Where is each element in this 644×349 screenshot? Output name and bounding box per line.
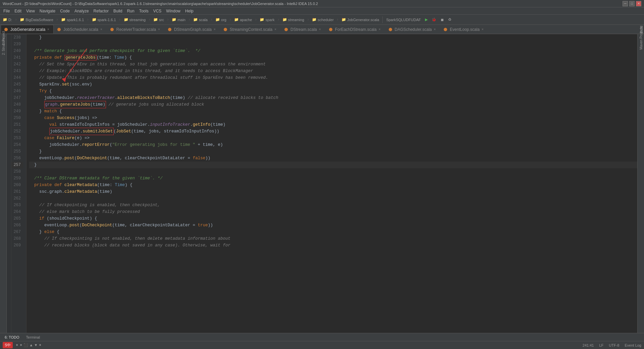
file-tab-6[interactable]: ForEachDStream.scala × (325, 25, 385, 34)
menu-analyze[interactable]: Analyze (72, 8, 91, 14)
tab-close-5[interactable]: × (318, 27, 322, 31)
file-tab-4[interactable]: StreamingContext.scala × (220, 25, 281, 34)
todo-tab[interactable]: 6: TODO (3, 335, 21, 340)
code-line-257[interactable]: } (29, 162, 637, 168)
code-line-253[interactable]: case Failure(e) => (29, 135, 637, 141)
file-tab-7[interactable]: DAGScheduler.scala × (385, 25, 440, 34)
code-line-251[interactable]: val streamIdToInputInfos = jobScheduler.… (29, 121, 637, 128)
toolbar-path-12[interactable]: 📁 scheduler (311, 17, 335, 22)
run-button[interactable]: ▶ (424, 17, 429, 22)
stop-button[interactable]: ⏹ (439, 17, 445, 22)
toolbar-path-11[interactable]: 📁 streaming (281, 17, 306, 22)
menu-view[interactable]: View (24, 8, 37, 14)
tab-close-1[interactable]: × (100, 27, 103, 31)
terminal-tab[interactable]: Terminal (24, 335, 42, 340)
tab-close-0[interactable]: × (47, 27, 50, 31)
file-tab-3[interactable]: DStreamGraph.scala × (164, 25, 220, 34)
code-line-258[interactable] (29, 168, 637, 175)
build-tab[interactable]: Build (639, 27, 644, 32)
tab-close-3[interactable]: × (213, 27, 216, 31)
structure-icon[interactable]: 2: Structure (1, 44, 6, 49)
menu-refactor[interactable]: Refactor (92, 8, 111, 14)
code-line-239[interactable] (29, 41, 637, 48)
maximize-button[interactable]: □ (629, 1, 635, 6)
code-line-260[interactable]: private def clearMetadata(time: Time) { (29, 182, 637, 188)
toolbar-path-6[interactable]: 📁 main (170, 17, 187, 22)
code-line-269[interactable]: // received blocks (block data not saved… (29, 242, 637, 249)
menu-build[interactable]: Build (111, 8, 124, 14)
tab-close-4[interactable]: × (274, 27, 277, 31)
code-line-254[interactable]: jobScheduler.reportError("Error generati… (29, 141, 637, 148)
run-config[interactable]: SparkSQLUDFUDAF (385, 17, 422, 22)
code-line-267[interactable]: } else { (29, 229, 637, 235)
menu-run[interactable]: Run (125, 8, 137, 14)
folder-icon: 📁 (153, 17, 158, 22)
code-line-248[interactable]: graph.generateJobs(time) // generate job… (29, 101, 637, 108)
toolbar-path-9[interactable]: 📁 apache (233, 17, 253, 22)
toolbar-path-1[interactable]: 📁 BigDataSoftware (18, 17, 55, 22)
toolbar-path-8[interactable]: 📁 org (214, 17, 228, 22)
file-tab-2[interactable]: ReceiverTracker.scala × (107, 25, 164, 34)
encoding: UTF-8 (609, 343, 619, 347)
code-line-255[interactable]: } (29, 148, 637, 155)
code-line-250[interactable]: case Success(jobs) => (29, 115, 637, 121)
menu-window[interactable]: Window (164, 8, 182, 14)
toolbar-path-0[interactable]: 📁 D: (1, 17, 13, 22)
toolbar-path-4[interactable]: 📁 streaming (122, 17, 147, 22)
line-number-266: 266 (11, 222, 23, 229)
code-line-259[interactable]: /** Clear DStream metadata for the given… (29, 175, 637, 182)
code-line-256[interactable]: eventLoop.post(DoCheckpoint(time, clearC… (29, 155, 637, 162)
maven-projects-tab[interactable]: Maven Projects (638, 36, 644, 41)
gutter-line-256 (7, 155, 11, 162)
code-line-263[interactable]: // If checkpointing is enabled, then che… (29, 202, 637, 209)
gutter-line-240 (7, 48, 11, 54)
tab-close-6[interactable]: × (378, 27, 381, 31)
code-content[interactable]: } /** Generate jobs and perform checkpoi… (26, 34, 637, 333)
menu-help[interactable]: Help (183, 8, 196, 14)
menu-code[interactable]: Code (58, 8, 72, 14)
tab-close-7[interactable]: × (433, 27, 436, 31)
code-line-238[interactable]: } (29, 34, 637, 41)
toolbar-path-7[interactable]: 📁 scala (192, 17, 209, 22)
menu-navigate[interactable]: Navigate (38, 8, 57, 14)
code-editor[interactable]: 2382392402412422432442452462472482492502… (7, 34, 637, 333)
debug-button[interactable]: 🐞 (430, 17, 438, 22)
toolbar-path-13[interactable]: 📁 JobGenerator.scala (340, 17, 380, 22)
toolbar-path-3[interactable]: 📁 spark-1.6.1 (91, 17, 117, 22)
event-log[interactable]: Event Log (625, 343, 641, 347)
tab-close-2[interactable]: × (157, 27, 161, 31)
code-line-240[interactable]: /** Generate jobs and perform checkpoint… (29, 48, 637, 54)
rerun-button[interactable]: ♻ (447, 17, 453, 22)
file-tab-1[interactable]: JobScheduler.scala × (54, 25, 107, 34)
toolbar-path-10[interactable]: 📁 spark (258, 17, 276, 22)
code-line-266[interactable]: eventLoop.post(DoCheckpoint(time, clearC… (29, 222, 637, 229)
menu-tools[interactable]: Tools (137, 8, 151, 14)
code-line-252[interactable]: jobScheduler.submitJobSet(JobSet(time, j… (29, 128, 637, 135)
tab-close-8[interactable]: × (481, 27, 484, 31)
menu-vcs[interactable]: VCS (151, 8, 164, 14)
file-tab-0[interactable]: JobGenerator.scala × (1, 25, 54, 34)
file-tab-5[interactable]: DStream.scala × (281, 25, 325, 34)
code-line-268[interactable]: // If checkpointing is not enabled, then… (29, 235, 637, 242)
scala-file-icon (57, 28, 61, 31)
menu-file[interactable]: File (1, 8, 12, 14)
code-line-264[interactable]: // else mark batch to be fully processed (29, 209, 637, 215)
code-line-262[interactable] (29, 195, 637, 202)
file-tab-8[interactable]: EventLoop.scala × (440, 25, 488, 34)
menu-edit[interactable]: Edit (12, 8, 23, 14)
toolbar-path-5[interactable]: 📁 src (152, 17, 165, 22)
folder-icon: 📁 (92, 17, 97, 22)
code-line-243[interactable]: // Example: BlockRDDs are created in thi… (29, 68, 637, 74)
code-line-261[interactable]: ssc.graph.clearMetadata(time) (29, 188, 637, 195)
code-line-246[interactable]: Try { (29, 88, 637, 95)
minimize-button[interactable]: ─ (623, 1, 628, 6)
code-line-249[interactable]: } match { (29, 108, 637, 115)
toolbar-path-2[interactable]: 📁 spark1.6.1 (60, 17, 85, 22)
code-line-247[interactable]: jobScheduler.receiverTracker.allocateBlo… (29, 95, 637, 101)
code-line-245[interactable]: SparkEnv.set(ssc.env) (29, 81, 637, 88)
code-line-265[interactable]: if (shouldCheckpoint) { (29, 215, 637, 222)
code-line-244[interactable]: // Update: This is probably redundant af… (29, 74, 637, 81)
close-button[interactable]: ✕ (636, 1, 641, 6)
code-line-242[interactable]: // Set the SparkEnv in this thread, so t… (29, 61, 637, 68)
code-line-241[interactable]: private def generateJobs(time: Time) { (29, 54, 637, 61)
